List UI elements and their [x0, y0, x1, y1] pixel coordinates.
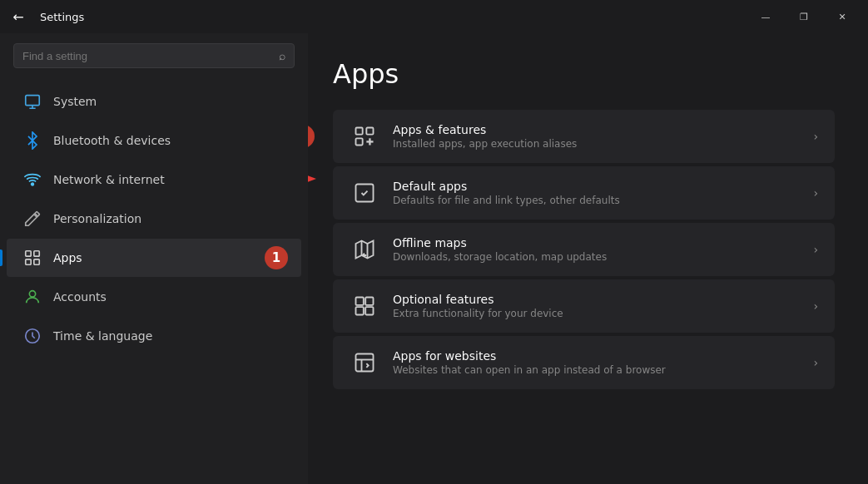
- offline-maps-subtitle: Downloads, storage location, map updates: [393, 251, 800, 263]
- apps-features-title: Apps & features: [393, 123, 800, 136]
- optional-features-chevron: ›: [813, 299, 818, 313]
- apps-websites-title: Apps for websites: [393, 349, 800, 363]
- apps-websites-text: Apps for websites Websites that can open…: [393, 349, 800, 376]
- svg-rect-5: [34, 259, 39, 264]
- optional-features-subtitle: Extra functionality for your device: [393, 308, 800, 319]
- apps-features-text: Apps & features Installed apps, app exec…: [393, 123, 800, 150]
- settings-item-apps-websites[interactable]: Apps for websites Websites that can open…: [333, 336, 835, 389]
- personalization-label: Personalization: [53, 212, 141, 225]
- page-title: Apps: [333, 58, 835, 90]
- time-icon: [23, 327, 42, 345]
- apps-icon: [23, 249, 42, 267]
- offline-maps-title: Offline maps: [393, 236, 800, 249]
- accounts-label: Accounts: [53, 290, 107, 304]
- search-box[interactable]: ⌕: [13, 43, 295, 68]
- titlebar-title: Settings: [40, 11, 84, 23]
- settings-item-optional-features[interactable]: Optional features Extra functionality fo…: [333, 279, 835, 333]
- minimize-button[interactable]: —: [746, 3, 785, 30]
- settings-item-apps-features[interactable]: Apps & features Installed apps, app exec…: [333, 110, 835, 163]
- bluetooth-label: Bluetooth & devices: [53, 134, 171, 147]
- default-apps-chevron: ›: [813, 186, 818, 200]
- sidebar-item-network[interactable]: Network & internet: [7, 161, 301, 199]
- svg-rect-3: [34, 251, 39, 256]
- back-button[interactable]: ←: [7, 5, 30, 28]
- sidebar-item-system[interactable]: System: [7, 82, 301, 121]
- apps-features-chevron: ›: [813, 130, 818, 143]
- apps-websites-chevron: ›: [813, 356, 818, 369]
- settings-list: Apps & features Installed apps, app exec…: [333, 110, 835, 389]
- svg-rect-16: [356, 307, 364, 314]
- apps-label: Apps: [53, 251, 82, 264]
- search-icon: ⌕: [279, 49, 285, 62]
- optional-features-text: Optional features Extra functionality fo…: [393, 293, 800, 319]
- offline-maps-icon: [350, 235, 379, 264]
- svg-point-6: [29, 291, 35, 297]
- svg-rect-2: [26, 251, 31, 256]
- default-apps-icon: [350, 178, 379, 208]
- network-icon: [23, 170, 42, 189]
- svg-rect-0: [26, 96, 40, 106]
- default-apps-title: Default apps: [393, 180, 800, 193]
- main-layout: ⌕ System B: [0, 33, 868, 484]
- sidebar-item-time[interactable]: Time & language: [7, 317, 301, 355]
- titlebar-controls: — ❐ ✕: [746, 3, 861, 30]
- default-apps-text: Default apps Defaults for file and link …: [393, 180, 800, 206]
- optional-features-title: Optional features: [393, 293, 800, 306]
- svg-rect-15: [365, 298, 373, 305]
- apps-features-icon: [350, 121, 379, 151]
- svg-rect-4: [26, 259, 31, 264]
- annotation-badge-1: 1: [265, 246, 288, 269]
- system-icon: [23, 92, 42, 111]
- offline-maps-text: Offline maps Downloads, storage location…: [393, 236, 800, 263]
- network-label: Network & internet: [53, 173, 165, 186]
- titlebar: ← Settings — ❐ ✕: [0, 0, 868, 33]
- content-area: Apps Apps & features Installed apps, app…: [308, 33, 868, 484]
- svg-rect-17: [365, 307, 373, 314]
- search-area: ⌕: [0, 33, 308, 81]
- personalization-icon: [23, 210, 42, 228]
- apps-features-subtitle: Installed apps, app execution aliases: [393, 138, 800, 150]
- annotation-badge-2: 2: [308, 125, 315, 148]
- sidebar-item-apps[interactable]: Apps 1: [7, 239, 301, 277]
- sidebar: ⌕ System B: [0, 33, 308, 484]
- time-label: Time & language: [53, 329, 152, 343]
- settings-item-offline-maps[interactable]: Offline maps Downloads, storage location…: [333, 223, 835, 276]
- sidebar-nav: System Bluetooth & devices: [0, 81, 308, 484]
- default-apps-subtitle: Defaults for file and link types, other …: [393, 195, 800, 206]
- sidebar-item-personalization[interactable]: Personalization: [7, 200, 301, 238]
- accounts-icon: [23, 288, 42, 306]
- search-input[interactable]: [22, 50, 272, 62]
- apps-websites-subtitle: Websites that can open in an app instead…: [393, 364, 800, 376]
- offline-maps-chevron: ›: [813, 243, 818, 256]
- sidebar-item-accounts[interactable]: Accounts: [7, 278, 301, 316]
- apps-websites-icon: [350, 348, 379, 378]
- svg-rect-14: [356, 298, 364, 305]
- system-label: System: [53, 95, 97, 108]
- svg-rect-9: [366, 128, 373, 135]
- maximize-button[interactable]: ❐: [785, 3, 823, 30]
- optional-features-icon: [350, 291, 379, 321]
- svg-rect-8: [356, 128, 363, 135]
- bluetooth-icon: [23, 131, 42, 150]
- sidebar-item-bluetooth[interactable]: Bluetooth & devices: [7, 121, 301, 160]
- svg-rect-10: [356, 138, 363, 145]
- svg-point-1: [32, 183, 34, 185]
- titlebar-left: ← Settings: [7, 5, 84, 28]
- svg-rect-18: [356, 354, 374, 372]
- close-button[interactable]: ✕: [823, 3, 861, 30]
- settings-item-default-apps[interactable]: Default apps Defaults for file and link …: [333, 166, 835, 220]
